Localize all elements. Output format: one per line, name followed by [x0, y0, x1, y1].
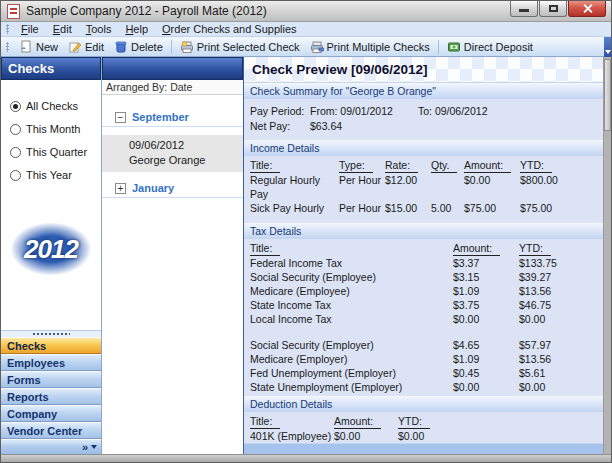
new-icon [19, 40, 33, 54]
tax-column-headers: Title: Amount: YTD: [250, 241, 597, 256]
year-logo: 2012 [7, 220, 95, 278]
menu-tools[interactable]: Tools [79, 22, 119, 36]
window-title: Sample Company 2012 - Payroll Mate (2012… [26, 4, 267, 18]
filter-label: This Month [26, 123, 80, 135]
toolbar: New Edit Delete Print Selected Check Pri… [1, 37, 611, 57]
filter-this-month[interactable]: This Month [10, 123, 101, 135]
group-september[interactable]: − September [102, 111, 243, 127]
cell-title: Social Security (Employer) [250, 338, 453, 352]
column-header: Title: [250, 158, 339, 173]
cell-ytd: $46.75 [519, 298, 597, 312]
sidebar-item-forms[interactable]: Forms [1, 371, 101, 388]
cell-ytd: $75.00 [520, 201, 597, 215]
filter-label: This Year [26, 169, 72, 181]
direct-deposit-button[interactable]: Direct Deposit [442, 39, 538, 55]
sidebar-nav: Checks Employees Forms Reports Company V… [1, 330, 101, 454]
menu-help[interactable]: Help [118, 22, 155, 36]
grip-dots-icon [32, 332, 70, 336]
radio-selected-icon [10, 101, 21, 112]
tax-row: Social Security (Employer) $4.65 $57.97 [250, 338, 597, 352]
app-icon [7, 4, 20, 19]
filter-label: All Checks [26, 100, 78, 112]
expand-icon[interactable]: + [115, 183, 126, 194]
cell-ytd: $13.56 [519, 284, 597, 298]
chevron-down-icon [605, 50, 611, 54]
scrollbar-thumb[interactable] [604, 59, 611, 131]
close-button[interactable] [568, 1, 606, 17]
toolbar-grip-handle[interactable] [6, 42, 9, 52]
maximize-button[interactable] [539, 1, 567, 17]
menu-file[interactable]: File [14, 22, 46, 36]
app-window: Sample Company 2012 - Payroll Mate (2012… [0, 0, 612, 463]
sidebar-item-vendor-center[interactable]: Vendor Center [1, 422, 101, 439]
check-preview-body: Check Summary for "George B Orange" Pay … [244, 83, 603, 454]
print-selected-check-button[interactable]: Print Selected Check [175, 39, 305, 55]
filter-this-year[interactable]: This Year [10, 169, 101, 181]
list-panel-topbar [102, 57, 243, 80]
filter-all-checks[interactable]: All Checks [10, 100, 101, 112]
nav-overflow-button[interactable]: » [1, 439, 101, 454]
column-header: Title: [250, 414, 334, 429]
cell-ytd: $39.27 [519, 270, 597, 284]
column-header: Rate: [385, 158, 431, 173]
tax-row: State Unemployment (Employer) $0.00 $0.0… [250, 380, 597, 394]
print-multiple-icon [310, 40, 324, 54]
income-row: Sick Pay Hourly Per Hour $15.00 5.00 $75… [250, 201, 597, 215]
cell-ytd: $0.00 [398, 429, 597, 443]
chevron-down-icon [91, 445, 97, 449]
window-controls [509, 1, 606, 17]
cell-amount: $0.00 [453, 312, 519, 326]
net-pay-label: Net Pay: [250, 119, 310, 134]
delete-button[interactable]: Delete [109, 39, 168, 55]
sidebar-item-employees[interactable]: Employees [1, 354, 101, 371]
sidebar-item-company[interactable]: Company [1, 405, 101, 422]
cell-ytd: $0.00 [519, 380, 597, 394]
sidebar-item-reports[interactable]: Reports [1, 388, 101, 405]
check-item-date: 09/06/2012 [129, 138, 243, 153]
menu-grip-handle[interactable] [6, 24, 9, 34]
nav-splitter-handle[interactable] [1, 330, 101, 337]
spacer [250, 326, 597, 338]
print-multiple-checks-button[interactable]: Print Multiple Checks [305, 39, 435, 55]
cell-ytd: $13.56 [519, 352, 597, 366]
check-list-item-selected[interactable]: 09/06/2012 George Orange [102, 135, 243, 172]
cell-amount: $0.00 [464, 173, 520, 201]
group-january[interactable]: + January [102, 182, 243, 198]
title-bar: Sample Company 2012 - Payroll Mate (2012… [1, 1, 611, 22]
toolbar-overflow-button[interactable] [604, 37, 611, 57]
cell-amount: $1.09 [453, 284, 519, 298]
delete-button-label: Delete [131, 41, 163, 53]
tax-row: Fed Unemployment (Employer) $0.45 $5.61 [250, 366, 597, 380]
tax-row: Federal Income Tax $3.37 $133.75 [250, 256, 597, 270]
tax-row: Social Security (Employee) $3.15 $39.27 [250, 270, 597, 284]
net-pay-row: Net Pay:$63.64 [250, 119, 597, 134]
radio-icon [10, 170, 21, 181]
edit-button-label: Edit [85, 41, 104, 53]
cell-title: Local Income Tax [250, 312, 453, 326]
net-pay-value: $63.64 [310, 120, 342, 132]
column-header: Amount: [464, 158, 520, 173]
column-header: YTD: [398, 414, 597, 429]
column-header: Amount: [453, 241, 519, 256]
cell-title: Fed Unemployment (Employer) [250, 366, 453, 380]
cell-amount: $3.15 [453, 270, 519, 284]
vertical-scrollbar[interactable] [603, 57, 611, 454]
minimize-button[interactable] [510, 1, 538, 17]
edit-button[interactable]: Edit [63, 39, 109, 55]
arranged-by-bar[interactable]: Arranged By: Date [102, 80, 243, 95]
tax-table: Title: Amount: YTD: Federal Income Tax $… [250, 241, 597, 394]
sidebar-item-checks[interactable]: Checks [1, 337, 101, 354]
filter-this-quarter[interactable]: This Quarter [10, 146, 101, 158]
preview-footer-bar [244, 443, 603, 454]
new-button[interactable]: New [14, 39, 63, 55]
direct-deposit-icon [447, 40, 461, 54]
collapse-icon[interactable]: − [115, 112, 126, 123]
spacer [244, 215, 603, 223]
main-content: Checks All Checks This Month This Quarte… [1, 57, 611, 454]
menu-order-checks[interactable]: Order Checks and Supplies [155, 22, 304, 36]
menu-edit[interactable]: Edit [46, 22, 79, 36]
deduction-table: Title: Amount: YTD: 401K (Employee) $0.0… [250, 414, 597, 443]
check-filter-group: All Checks This Month This Quarter This … [1, 80, 101, 192]
cell-amount: $3.75 [453, 298, 519, 312]
edit-icon [68, 40, 82, 54]
